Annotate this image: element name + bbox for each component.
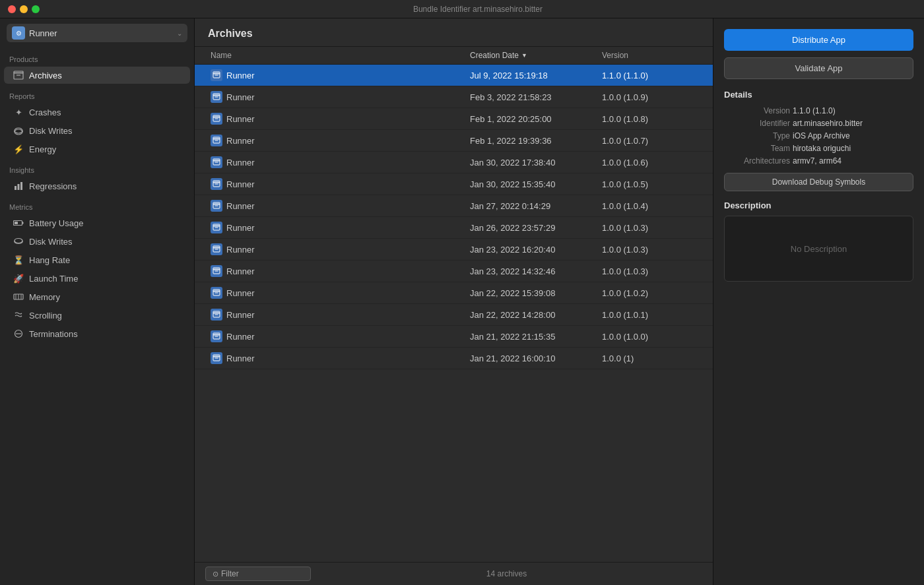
minimize-button[interactable]: [20, 5, 28, 13]
filter-label: Filter: [221, 569, 239, 578]
sidebar-item-launch-time[interactable]: 🚀 Launch Time: [4, 270, 190, 287]
table-row[interactable]: Runner Jan 30, 2022 15:35:40 1.0.0 (1.0.…: [195, 173, 713, 195]
sidebar-item-energy[interactable]: ⚡ Energy: [4, 140, 190, 158]
table-row[interactable]: Runner Feb 1, 2022 20:25:00 1.0.0 (1.0.8…: [195, 108, 713, 130]
table-cell-date: Jan 23, 2022 16:20:40: [465, 240, 597, 259]
table-row[interactable]: Runner Jan 22, 2022 14:28:00 1.0.0 (1.0.…: [195, 304, 713, 326]
col-header-name[interactable]: Name: [205, 47, 465, 64]
sidebar-item-hang-rate[interactable]: ⏳ Hang Rate: [4, 251, 190, 268]
archive-icon: [211, 178, 222, 190]
table-cell-date: Jan 30, 2022 15:35:40: [465, 175, 597, 194]
metrics-section-label: Metrics: [0, 195, 194, 214]
svg-rect-12: [15, 222, 18, 224]
table-row[interactable]: Runner Jan 30, 2022 17:38:40 1.0.0 (1.0.…: [195, 152, 713, 173]
archives-table: Name Creation Date ▼ Version Ru: [195, 47, 713, 585]
validate-app-button[interactable]: Validate App: [724, 57, 913, 79]
chevron-down-icon: ⌄: [177, 30, 182, 37]
svg-rect-9: [20, 182, 22, 190]
content-area: Archives Name Creation Date ▼ Version: [195, 18, 713, 585]
table-row[interactable]: Runner Jan 23, 2022 16:20:40 1.0.0 (1.0.…: [195, 239, 713, 261]
table-row[interactable]: Runner Jan 23, 2022 14:32:46 1.0.0 (1.0.…: [195, 261, 713, 282]
sidebar-item-terminations[interactable]: Terminations: [4, 325, 190, 342]
detail-row-team: Team hirotaka origuchi: [724, 144, 913, 153]
archive-icon: [211, 243, 222, 255]
sidebar: ⚙ Runner ⌄ Products Archives Reports ✦ C…: [0, 18, 195, 585]
memory-label: Memory: [29, 292, 60, 302]
sidebar-item-archives[interactable]: Archives: [4, 67, 190, 84]
detail-row-architectures: Architectures armv7, arm64: [724, 156, 913, 166]
table-cell-version: 1.0.0 (1.0.3): [597, 240, 702, 259]
table-row[interactable]: Runner Feb 1, 2022 19:39:36 1.0.0 (1.0.7…: [195, 130, 713, 152]
sidebar-item-battery-usage[interactable]: Battery Usage: [4, 214, 190, 231]
table-cell-name: Runner: [205, 195, 465, 216]
col-header-version[interactable]: Version: [597, 47, 702, 64]
terminations-icon: [13, 328, 24, 339]
archives-title: Archives: [208, 28, 253, 39]
table-cell-date: Jan 23, 2022 14:32:46: [465, 262, 597, 281]
filter-button[interactable]: ⊙ Filter: [205, 567, 311, 581]
svg-rect-7: [15, 186, 16, 190]
app-selector[interactable]: ⚙ Runner ⌄: [7, 24, 187, 42]
archive-icon: [211, 287, 222, 299]
description-title: Description: [724, 200, 913, 210]
table-cell-date: Feb 3, 2022 21:58:23: [465, 88, 597, 107]
launch-time-label: Launch Time: [29, 274, 78, 284]
archive-icon: [211, 330, 222, 342]
table-row[interactable]: Runner Jan 27, 2022 0:14:29 1.0.0 (1.0.4…: [195, 195, 713, 217]
sidebar-item-disk-writes-m[interactable]: Disk Writes: [4, 233, 190, 250]
distribute-app-button[interactable]: Distribute App: [724, 29, 913, 51]
col-header-date[interactable]: Creation Date ▼: [465, 47, 597, 64]
hang-rate-icon: ⏳: [13, 255, 24, 265]
archive-icon: [211, 352, 222, 364]
table-cell-version: 1.0.0 (1.0.5): [597, 175, 702, 194]
insights-section-label: Insights: [0, 158, 194, 177]
archive-icon: [211, 135, 222, 146]
archive-icon: [211, 69, 222, 81]
table-cell-version: 1.0.0 (1.0.8): [597, 109, 702, 129]
download-debug-symbols-button[interactable]: Download Debug Symbols: [724, 173, 913, 191]
table-cell-date: Feb 1, 2022 19:39:36: [465, 131, 597, 150]
table-row[interactable]: Runner Jan 21, 2022 16:00:10 1.0.0 (1): [195, 348, 713, 369]
titlebar-text: Bundle Identifier art.minasehiro.bitter: [40, 5, 916, 14]
table-cell-version: 1.0.0 (1.0.6): [597, 153, 702, 172]
app-selector-name: Runner: [29, 28, 173, 38]
disk-writes-label: Disk Writes: [29, 126, 72, 136]
table-cell-name: Runner: [205, 304, 465, 325]
table-row[interactable]: Runner Jan 22, 2022 15:39:08 1.0.0 (1.0.…: [195, 282, 713, 304]
description-box: No Description: [724, 216, 913, 282]
architectures-value: armv7, arm64: [793, 156, 842, 166]
details-title: Details: [724, 90, 913, 100]
table-cell-date: Jan 27, 2022 0:14:29: [465, 197, 597, 216]
table-row[interactable]: Runner Jul 9, 2022 15:19:18 1.1.0 (1.1.0…: [195, 65, 713, 86]
sidebar-item-memory[interactable]: Memory: [4, 288, 190, 305]
table-cell-version: 1.0.0 (1.0.1): [597, 305, 702, 324]
table-header: Name Creation Date ▼ Version: [195, 47, 713, 65]
filter-icon: ⊙: [213, 570, 218, 578]
table-cell-name: Runner: [205, 261, 465, 282]
table-cell-version: 1.0.0 (1.0.2): [597, 284, 702, 303]
fullscreen-button[interactable]: [32, 5, 40, 13]
memory-icon: [13, 292, 24, 302]
hang-rate-label: Hang Rate: [29, 255, 70, 265]
archive-icon: [211, 265, 222, 277]
scrolling-label: Scrolling: [29, 311, 62, 321]
sidebar-item-disk-writes[interactable]: Disk Writes: [4, 122, 190, 139]
archives-count: 14 archives: [311, 569, 702, 578]
scrolling-icon: [13, 310, 24, 321]
table-row[interactable]: Runner Jan 26, 2022 23:57:29 1.0.0 (1.0.…: [195, 217, 713, 239]
sidebar-item-crashes[interactable]: ✦ Crashes: [4, 104, 190, 121]
sidebar-item-regressions[interactable]: Regressions: [4, 177, 190, 195]
sidebar-item-scrolling[interactable]: Scrolling: [4, 307, 190, 324]
reports-section-label: Reports: [0, 84, 194, 103]
table-cell-date: Jan 21, 2022 16:00:10: [465, 349, 597, 368]
table-cell-version: 1.0.0 (1.0.3): [597, 262, 702, 281]
close-button[interactable]: [8, 5, 16, 13]
description-section: Description No Description: [724, 200, 913, 282]
table-cell-version: 1.1.0 (1.1.0): [597, 66, 702, 85]
titlebar: Bundle Identifier art.minasehiro.bitter: [0, 0, 924, 18]
table-cell-version: 1.0.0 (1.0.3): [597, 218, 702, 237]
table-row[interactable]: Runner Jan 21, 2022 21:15:35 1.0.0 (1.0.…: [195, 326, 713, 348]
table-row[interactable]: Runner Feb 3, 2022 21:58:23 1.0.0 (1.0.9…: [195, 86, 713, 108]
crashes-label: Crashes: [29, 108, 61, 117]
products-section-label: Products: [0, 47, 194, 66]
